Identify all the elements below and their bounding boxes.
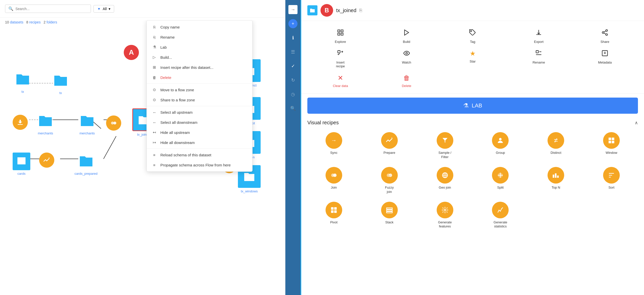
share-label: Share bbox=[601, 40, 609, 44]
recipe-fuzzy-join[interactable]: ~ Fuzzy join bbox=[363, 164, 416, 197]
ctx-lab[interactable]: ⚗ Lab bbox=[147, 42, 252, 52]
ctx-select-upstream[interactable]: ↔ Select all upstream bbox=[147, 107, 252, 117]
dataset-header-icon bbox=[307, 5, 317, 15]
ctx-copy-name-label: Copy name bbox=[160, 25, 180, 29]
ctx-hide-upstream[interactable]: ↤ Hide all upstream bbox=[147, 127, 252, 137]
svg-point-31 bbox=[471, 31, 472, 32]
recipe-join[interactable]: Join bbox=[307, 164, 360, 197]
recipe-stack[interactable]: Stack bbox=[363, 199, 416, 231]
tag-label: Tag bbox=[470, 40, 475, 44]
ctx-delete[interactable]: 🗑 Delete bbox=[147, 72, 252, 82]
recipe-top-n[interactable]: Top N bbox=[529, 164, 582, 197]
action-star[interactable]: ★ Star bbox=[440, 47, 506, 71]
action-rename[interactable]: Rename bbox=[506, 47, 572, 71]
action-build[interactable]: Build bbox=[374, 26, 440, 47]
svg-line-7 bbox=[104, 136, 116, 159]
ctx-propagate-schema[interactable]: ≡ Propagate schema across Flow from here bbox=[147, 160, 252, 170]
nav-arrow[interactable]: → bbox=[288, 5, 298, 14]
copy-title-icon[interactable]: ⎘ bbox=[359, 8, 362, 13]
action-watch[interactable]: Watch bbox=[374, 47, 440, 71]
action-metadata[interactable]: Metadata bbox=[572, 47, 638, 71]
ctx-move-flow[interactable]: ⊙ Move to a flow zone bbox=[147, 85, 252, 95]
ctx-reload-schema[interactable]: ≡ Reload schema of this dataset bbox=[147, 150, 252, 160]
recipe-geo-join[interactable]: Geo join bbox=[418, 164, 472, 197]
sort-circle bbox=[603, 167, 620, 184]
fuzzy-join-circle: ~ bbox=[381, 167, 398, 184]
recipe-distinct[interactable]: ≠ Distinct bbox=[529, 130, 582, 162]
folder-icon-windows bbox=[243, 170, 255, 183]
right-panel: B tx_joined ⎘ Explore Build Tag bbox=[301, 0, 644, 295]
prepare-label: Prepare bbox=[384, 151, 395, 155]
node-merchants1[interactable]: merchants bbox=[35, 111, 56, 135]
lab-btn-icon: ⚗ bbox=[463, 102, 469, 109]
action-export[interactable]: Export bbox=[506, 26, 572, 47]
recipe-pivot[interactable]: Pivot bbox=[307, 199, 360, 231]
search-mid-icon[interactable]: 🔍 bbox=[288, 104, 298, 113]
ctx-copy-name[interactable]: ⎘ Copy name bbox=[147, 22, 252, 32]
check-icon[interactable]: ✓ bbox=[288, 62, 298, 71]
menu-icon[interactable]: ☰ bbox=[288, 47, 298, 56]
build-icon: ▷ bbox=[152, 55, 157, 60]
svg-rect-74 bbox=[386, 212, 392, 213]
action-tag[interactable]: Tag bbox=[440, 26, 506, 47]
history-icon[interactable]: ↻ bbox=[288, 76, 298, 85]
add-button[interactable]: + bbox=[288, 19, 298, 28]
recipe-prepare[interactable]: Prepare bbox=[363, 130, 416, 162]
recipe-split[interactable]: Split bbox=[474, 164, 527, 197]
svg-rect-72 bbox=[386, 208, 392, 209]
svg-rect-50 bbox=[609, 141, 611, 143]
svg-point-53 bbox=[333, 173, 336, 177]
node-merchants2[interactable]: merchants bbox=[77, 111, 97, 135]
recipe-sync[interactable]: → Sync bbox=[307, 130, 360, 162]
recipe-generate-statistics[interactable]: Generate statistics bbox=[474, 199, 527, 231]
reload-icon: ≡ bbox=[152, 152, 157, 157]
ctx-propagate-label: Propagate schema across Flow from here bbox=[160, 163, 231, 167]
action-insert-recipe[interactable]: Insert recipe bbox=[307, 47, 374, 71]
svg-point-15 bbox=[113, 122, 116, 125]
flow-canvas[interactable]: tx tx merchants merchants bbox=[0, 20, 285, 295]
geo-join-circle bbox=[437, 167, 453, 184]
recipe-cards-prepare[interactable] bbox=[39, 153, 54, 168]
ctx-select-downstream[interactable]: ↔ Select all downstream bbox=[147, 117, 252, 127]
search-field[interactable]: 🔍 bbox=[5, 5, 91, 13]
ctx-lab-label: Lab bbox=[160, 45, 167, 49]
explore-icon bbox=[337, 29, 344, 38]
recipe-merchants-dl[interactable] bbox=[13, 115, 28, 130]
action-delete[interactable]: 🗑 Delete bbox=[374, 71, 440, 91]
search-input[interactable] bbox=[15, 7, 88, 11]
lab-button[interactable]: ⚗ LAB bbox=[307, 98, 638, 114]
ctx-hide-downstream[interactable]: ↦ Hide all downstream bbox=[147, 137, 252, 148]
svg-rect-41 bbox=[536, 51, 538, 53]
sync-circle: → bbox=[326, 132, 342, 149]
ctx-share-flow[interactable]: ⊙ Share to a flow zone bbox=[147, 95, 252, 105]
ctx-build[interactable]: ▷ Build... bbox=[147, 52, 252, 62]
export-icon bbox=[535, 29, 542, 38]
recipe-sample-filter[interactable]: Sample / Filter bbox=[418, 130, 472, 162]
action-clear-data[interactable]: ✕ Clear data bbox=[307, 71, 374, 91]
insert-recipe-action-icon bbox=[337, 50, 344, 58]
svg-rect-69 bbox=[334, 207, 337, 210]
clock-icon[interactable]: ◷ bbox=[288, 90, 298, 99]
recipe-window[interactable]: Window bbox=[585, 130, 638, 162]
download-icon bbox=[16, 119, 24, 126]
join-connector[interactable] bbox=[106, 115, 121, 131]
node-tx[interactable]: tx bbox=[13, 69, 33, 94]
collapse-icon[interactable]: ∧ bbox=[635, 120, 638, 126]
recipe-group[interactable]: Group bbox=[474, 130, 527, 162]
node-cards[interactable]: cards bbox=[13, 153, 30, 175]
node-cards-prepared[interactable]: cards_prepared bbox=[75, 151, 97, 175]
action-explore[interactable]: Explore bbox=[307, 26, 374, 47]
window-circle bbox=[603, 132, 620, 149]
recipe-sort[interactable]: Sort bbox=[585, 164, 638, 197]
recipe-generate-features[interactable]: Generate features bbox=[418, 199, 472, 231]
join-circle bbox=[326, 167, 342, 184]
filter-button[interactable]: ▼ All ▾ bbox=[93, 5, 114, 13]
info-icon[interactable]: ℹ bbox=[288, 33, 298, 42]
share-icon bbox=[601, 29, 608, 38]
action-share[interactable]: Share bbox=[572, 26, 638, 47]
node-tx2[interactable]: tx bbox=[51, 71, 71, 95]
ctx-rename[interactable]: ⎗ Rename bbox=[147, 32, 252, 42]
fuzzy-join-label: Fuzzy join bbox=[385, 186, 394, 194]
ctx-insert-recipe[interactable]: ⊞ Insert recipe after this dataset... bbox=[147, 62, 252, 72]
flow-panel: 🔍 ▼ All ▾ 10 datasets 8 recipes 2 folder… bbox=[0, 0, 285, 295]
